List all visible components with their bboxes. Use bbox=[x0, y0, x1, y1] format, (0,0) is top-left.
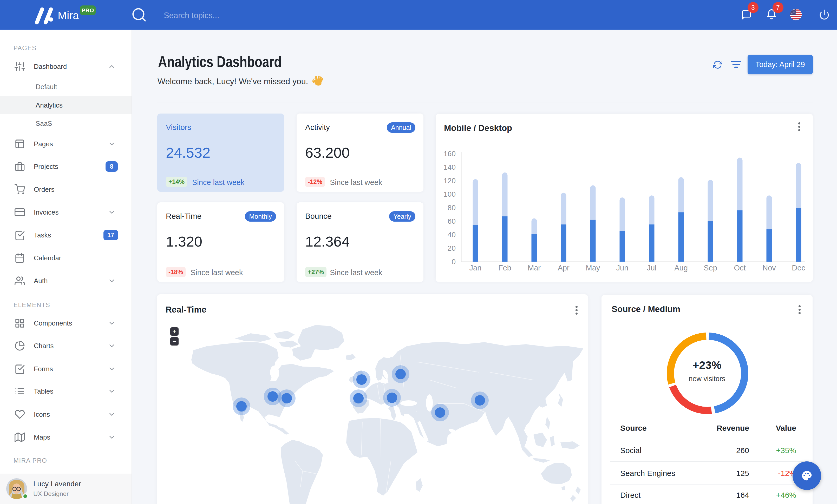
svg-text:Jan: Jan bbox=[469, 264, 482, 272]
svg-text:140: 140 bbox=[443, 163, 456, 171]
svg-text:Jul: Jul bbox=[647, 264, 656, 272]
svg-text:60: 60 bbox=[448, 217, 456, 225]
svg-text:0: 0 bbox=[451, 258, 456, 266]
svg-text:Feb: Feb bbox=[498, 264, 511, 272]
svg-text:Dec: Dec bbox=[792, 264, 805, 272]
svg-text:Aug: Aug bbox=[674, 264, 688, 272]
svg-text:120: 120 bbox=[443, 177, 456, 185]
svg-text:Oct: Oct bbox=[734, 264, 746, 272]
svg-text:40: 40 bbox=[448, 231, 456, 239]
svg-text:20: 20 bbox=[448, 244, 456, 252]
svg-text:160: 160 bbox=[443, 150, 456, 158]
svg-text:80: 80 bbox=[448, 204, 456, 212]
svg-text:Nov: Nov bbox=[762, 264, 776, 272]
svg-text:May: May bbox=[586, 264, 600, 272]
svg-text:100: 100 bbox=[443, 190, 456, 198]
svg-text:Jun: Jun bbox=[616, 264, 628, 272]
svg-text:Sep: Sep bbox=[704, 264, 717, 272]
svg-text:Apr: Apr bbox=[557, 264, 569, 272]
svg-text:Mar: Mar bbox=[528, 264, 541, 272]
